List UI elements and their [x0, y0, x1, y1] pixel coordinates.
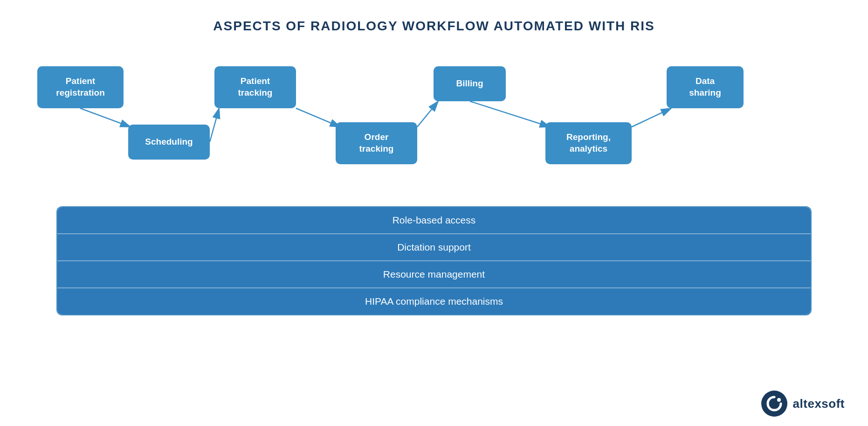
svg-line-3 [296, 108, 340, 127]
page: ASPECTS OF RADIOLOGY WORKFLOW AUTOMATED … [0, 0, 868, 426]
node-order-tracking: Order tracking [336, 122, 417, 164]
svg-point-7 [761, 391, 787, 417]
bar-hipaa-compliance: HIPAA compliance mechanisms [57, 288, 811, 314]
page-title: ASPECTS OF RADIOLOGY WORKFLOW AUTOMATED … [19, 19, 849, 34]
bars-section: Role-based access Dictation support Reso… [56, 206, 812, 315]
svg-line-4 [417, 101, 438, 127]
flow-diagram: Patient registration Scheduling Patient … [19, 52, 849, 192]
node-patient-registration: Patient registration [37, 66, 124, 108]
svg-line-5 [470, 101, 550, 127]
node-reporting: Reporting, analytics [545, 122, 632, 164]
node-scheduling: Scheduling [128, 125, 210, 160]
bar-resource-management: Resource management [57, 261, 811, 288]
altexsoft-logo-icon [761, 391, 787, 417]
bar-role-based-access: Role-based access [57, 207, 811, 234]
node-billing: Billing [434, 66, 506, 101]
bar-dictation-support: Dictation support [57, 234, 811, 261]
altexsoft-logo-text: altexsoft [793, 397, 845, 411]
logo-area: altexsoft [761, 391, 845, 417]
svg-line-2 [210, 108, 219, 142]
svg-line-6 [632, 108, 671, 127]
node-data-sharing: Data sharing [667, 66, 744, 108]
svg-point-8 [777, 398, 781, 402]
svg-line-1 [80, 108, 131, 127]
node-patient-tracking: Patient tracking [214, 66, 296, 108]
